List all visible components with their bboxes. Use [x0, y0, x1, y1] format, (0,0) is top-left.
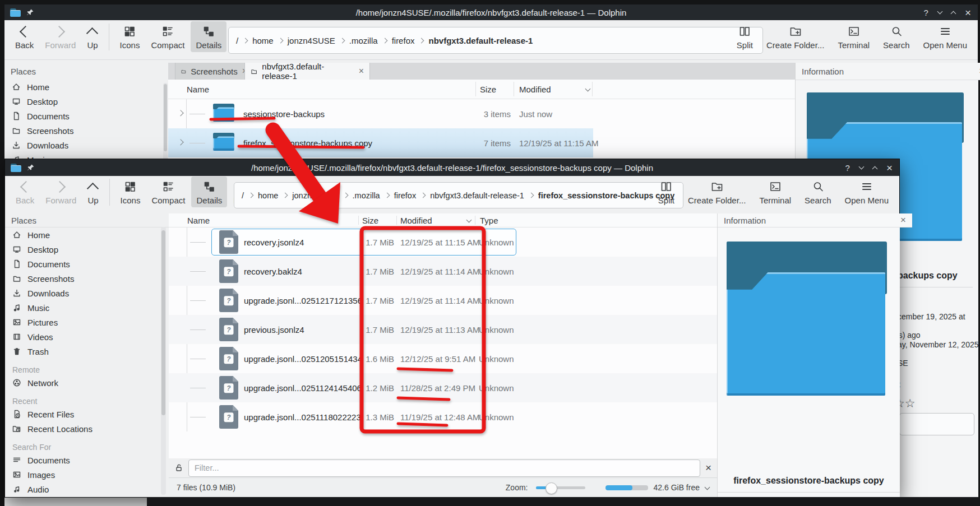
close-filter-icon[interactable]: × [705, 462, 711, 474]
table-row[interactable]: ? recovery.baklz4 1.7 MiB 12/19/25 at 11… [169, 257, 717, 286]
up-button[interactable]: Up [82, 21, 103, 52]
crumb-profile[interactable]: nbvfgxt3.default-release-1 [430, 191, 524, 200]
sidebar-item-search-audio[interactable]: Audio [5, 482, 169, 496]
sidebar-item-home[interactable]: Home [5, 228, 169, 242]
compact-view-button[interactable]: Compact [146, 177, 190, 207]
sidebar-item-home[interactable]: Home [4, 80, 168, 94]
crumb-user[interactable]: jonzn4SUSE [288, 36, 335, 45]
zoom-slider[interactable] [536, 486, 585, 489]
sidebar-item-documents[interactable]: Documents [5, 257, 169, 271]
sidebar-item-pictures[interactable]: Pictures [5, 315, 169, 329]
sidebar-item-search-documents[interactable]: Documents [5, 453, 169, 467]
sidebar-item-desktop[interactable]: Desktop [5, 242, 169, 257]
sidebar-item-recent-locations[interactable]: Recent Locations [5, 421, 169, 436]
crumb-root[interactable]: / [242, 191, 244, 200]
crumb-user[interactable]: jonzn4SUSE [292, 191, 338, 200]
bg-sidebar-scrollbar[interactable] [163, 83, 168, 161]
split-button[interactable]: Split [732, 21, 758, 52]
sidebar-item-music[interactable]: Music [5, 300, 169, 315]
terminal-button[interactable]: Terminal [754, 177, 796, 207]
sidebar-item-network[interactable]: Network [5, 375, 169, 390]
table-row[interactable]: ? recovery.jsonlz4 1.7 MiB 12/19/25 at 1… [169, 228, 717, 257]
close-button[interactable]: × [886, 163, 893, 173]
expand-icon[interactable] [177, 110, 183, 116]
tab-screenshots[interactable]: Screenshots× [175, 63, 253, 80]
table-row[interactable]: ? upgrade.jsonl...0251124145406 1.2 MiB … [169, 373, 717, 402]
column-modified[interactable]: Modified [519, 85, 551, 94]
compact-view-button[interactable]: Compact [146, 21, 189, 52]
crumb-mozilla[interactable]: .mozilla [349, 36, 378, 45]
open-menu-button[interactable]: Open Menu [918, 21, 972, 52]
up-button[interactable]: Up [82, 177, 103, 207]
column-name[interactable]: Name [187, 216, 210, 225]
open-menu-button[interactable]: Open Menu [840, 177, 894, 207]
sidebar-item-search-images[interactable]: Images [5, 467, 169, 482]
split-button[interactable]: Split [653, 177, 679, 207]
crumb-home[interactable]: home [252, 36, 274, 45]
sidebar-item-documents[interactable]: Documents [4, 109, 168, 123]
tab-close-icon[interactable]: × [359, 66, 364, 76]
sidebar-item-downloads[interactable]: Downloads [4, 138, 168, 152]
filter-input[interactable] [188, 459, 700, 477]
column-type[interactable]: Type [480, 216, 498, 225]
icons-view-button[interactable]: Icons [115, 21, 145, 52]
create-folder-button[interactable]: Create Folder... [683, 177, 751, 207]
table-row[interactable]: ? upgrade.jsonl...0251118022223 1.3 MiB … [169, 402, 717, 431]
sidebar-item-screenshots[interactable]: Screenshots [5, 271, 169, 286]
crumb-firefox[interactable]: firefox [394, 191, 417, 200]
create-folder-button[interactable]: Create Folder... [761, 21, 829, 52]
back-button[interactable]: Back [10, 21, 39, 52]
bg-titlebar[interactable]: /home/jonzn4SUSE/.mozilla/firefox/nbvfgx… [4, 4, 978, 20]
crumb-firefox[interactable]: firefox [392, 36, 415, 45]
zoom-slider-handle[interactable] [546, 482, 557, 494]
sidebar-item-screenshots[interactable]: Screenshots [4, 123, 168, 138]
icons-view-button[interactable]: Icons [115, 177, 146, 207]
column-modified[interactable]: Modified [400, 216, 432, 225]
table-row[interactable]: firefox_sessionstore-backups copy 7 item… [168, 128, 795, 157]
search-button[interactable]: Search [799, 177, 836, 207]
restore-up-button[interactable] [872, 166, 877, 171]
table-row[interactable]: ? upgrade.jsonl...0251205151434 1.6 MiB … [169, 344, 717, 373]
column-size[interactable]: Size [362, 216, 378, 225]
column-name[interactable]: Name [187, 85, 209, 94]
details-view-button[interactable]: Details [191, 21, 226, 52]
restore-up-button[interactable] [950, 11, 956, 16]
fg-column-header[interactable]: Name Size Modified Type [169, 213, 717, 228]
crumb-profile[interactable]: nbvfgxt3.default-release-1 [428, 36, 533, 45]
close-info-icon[interactable]: × [900, 215, 906, 226]
shade-down-button[interactable] [858, 164, 864, 169]
crumb-root[interactable]: / [236, 36, 238, 45]
details-view-button[interactable]: Details [191, 177, 227, 207]
table-row[interactable]: ? upgrade.jsonl...0251217121356 1.7 MiB … [169, 286, 717, 315]
help-button[interactable]: ? [845, 164, 850, 172]
fg-titlebar[interactable]: /home/jonzn4SUSE/.mozilla/firefox/nbvfgx… [5, 159, 899, 176]
back-button[interactable]: Back [11, 177, 39, 207]
bg-column-header[interactable]: Name Size Modified [168, 80, 795, 99]
table-row[interactable]: sessionstore-backups 3 items Just now [168, 99, 795, 128]
sidebar-item-trash[interactable]: Trash [5, 344, 169, 359]
crumb-mozilla[interactable]: .mozilla [353, 191, 380, 200]
fg-breadcrumb[interactable]: / home jonzn4SUSE .mozilla firefox nbvfg… [234, 182, 683, 208]
free-space-menu-icon[interactable] [705, 484, 710, 490]
bg-info-comment-box[interactable] [899, 413, 974, 435]
pin-icon[interactable] [27, 164, 35, 171]
bg-breadcrumb[interactable]: / home jonzn4SUSE .mozilla firefox nbvfg… [228, 27, 763, 54]
crumb-home[interactable]: home [258, 191, 278, 200]
search-button[interactable]: Search [878, 21, 915, 52]
unlock-icon[interactable] [174, 463, 183, 472]
sidebar-item-desktop[interactable]: Desktop [4, 94, 168, 109]
terminal-button[interactable]: Terminal [833, 21, 875, 52]
help-button[interactable]: ? [924, 8, 928, 17]
column-size[interactable]: Size [480, 85, 496, 94]
sidebar-item-recent-files[interactable]: Recent Files [5, 407, 169, 421]
sidebar-item-downloads[interactable]: Downloads [5, 286, 169, 300]
close-button[interactable]: × [965, 7, 971, 18]
fg-sidebar-scrollbar[interactable] [161, 227, 166, 495]
shade-down-button[interactable] [937, 8, 942, 14]
tab-profile[interactable]: nbvfgxt3.default-release-1× [244, 63, 370, 80]
table-row[interactable]: ? previous.jsonlz4 1.7 MiB 12/19/25 at 1… [169, 315, 717, 344]
sidebar-item-videos[interactable]: Videos [5, 329, 169, 344]
pin-icon[interactable] [26, 8, 34, 16]
forward-button[interactable]: Forward [40, 21, 81, 52]
forward-button[interactable]: Forward [40, 177, 81, 207]
